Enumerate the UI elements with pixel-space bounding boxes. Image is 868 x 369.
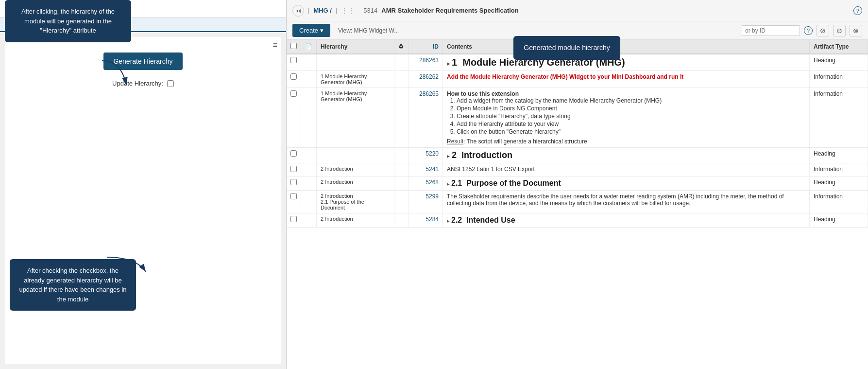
table-row: 2 Introduction 5241 ANSI 1252 Latin 1 fo… [287,163,868,176]
tooltip-generated-hierarchy: Generated module hierarchy [513,36,620,60]
row-checkbox[interactable] [290,166,297,172]
filter-input[interactable] [742,25,800,36]
info-steps: Add a widget from the catalog by the nam… [447,97,805,135]
list-item: Click on the button "Generate hierarchy" [457,128,805,135]
create-dropdown-icon[interactable]: ▾ [320,27,323,34]
info-heading: How to use this extension [447,90,519,97]
widget-content: ≡ Generate Hierarchy Update Hierarchy: [5,37,281,364]
list-item: Create attribute "Hierarchy", data type … [457,113,805,120]
id-link[interactable]: 286262 [419,73,439,80]
contents-cell: Add the Module Hierarchy Generator (MHG)… [443,71,810,88]
left-panel: Mini Dashboard S Module Hierarchy Genera… [0,0,287,369]
update-hierarchy-row: Update Hierarchy: [11,80,275,87]
artifact-type-cell: Heading [810,148,868,163]
right-panel: ⏮ | MHG / | ⋮⋮ 5314 AMR Stakeholder Requ… [287,0,868,369]
col-header-hierarchy: Hierarchy [317,40,394,54]
hierarchy-cell: 1 Module Hierarchy Generator (MHG) [317,71,394,88]
contents-cell: 2 Introduction [443,148,810,163]
update-hierarchy-checkbox[interactable] [167,80,174,87]
id-link[interactable]: 286265 [419,90,439,97]
view-label: View: MHG Widget W... [338,27,399,34]
tooltip-bottom: After checking the checkbox, the already… [10,259,136,311]
hierarchy-cell [317,54,394,71]
col-header-contents: Contents [443,40,810,54]
doc-number: 5314 [363,7,377,14]
heading-21-text: 2.1 Purpose of the Document [447,179,561,187]
contents-cell: How to use this extension Add a widget f… [443,88,810,148]
table-row: 1 Module Hierarchy Generator (MHG) 28626… [287,88,868,148]
table-row: 2 Introduction 5284 2.2 Intended Use Hea… [287,213,868,228]
artifact-type-cell: Heading [810,213,868,228]
col-header-recycle: ♻ [394,40,409,54]
filter-icon-btn[interactable]: ⊘ [817,25,829,36]
breadcrumb-separator: | [308,7,309,14]
id-link[interactable]: 5220 [425,150,439,157]
content-table: 📄 Hierarchy ♻ ID Contents Artifact Type [287,40,868,228]
id-link[interactable]: 5299 [425,193,439,200]
row-checkbox[interactable] [290,216,297,222]
hierarchy-cell: 2 Introduction [317,163,394,176]
contents-cell: 2.1 Purpose of the Document [443,176,810,191]
create-label: Create [299,27,318,34]
filter-help-icon[interactable]: ? [804,26,813,35]
heading-22-text: 2.2 Intended Use [447,216,515,224]
right-toolbar: ⏮ | MHG / | ⋮⋮ 5314 AMR Stakeholder Requ… [287,0,868,21]
contents-cell: 1 Module Hierarchy Generator (MHG) [443,54,810,71]
id-link[interactable]: 5241 [425,166,439,173]
list-item: Add the Hierarchy attribute to your view [457,121,805,127]
tooltip-top: After clicking, the hierarchy of the mod… [5,0,131,42]
arrow-top-icon [92,56,141,95]
hierarchy-cell: 1 Module Hierarchy Generator (MHG) [317,88,394,148]
doc-title: AMR Stakeholder Requirements Specificati… [381,7,850,14]
result-text: Result: The script will generate a hiera… [447,138,805,145]
row-checkbox[interactable] [290,179,297,185]
col-header-id: ID [409,40,443,54]
breadcrumb-mhg[interactable]: MHG / [313,7,332,14]
col-header-checkbox [287,40,301,54]
drag-handle-icon: ⋮⋮ [341,7,355,15]
artifact-type-cell: Information [810,71,868,88]
contents-cell: The Stakeholder requirements describe th… [443,191,810,213]
table-row: 5220 2 Introduction Heading [287,148,868,163]
hierarchy-cell: 2 Introduction [317,176,394,191]
red-info-text: Add the Module Hierarchy Generator (MHG)… [447,73,683,80]
list-item: Open Module in Doors NG Component [457,105,805,112]
col-header-artifact-type: Artifact Type [810,40,868,54]
table-row: 2 Introduction2.1 Purpose of the Documen… [287,191,868,213]
id-link[interactable]: 5284 [425,216,439,223]
table-container: 📄 Hierarchy ♻ ID Contents Artifact Type [287,40,868,369]
create-button[interactable]: Create ▾ [292,24,330,37]
help-icon[interactable]: ? [853,6,862,15]
row-checkbox[interactable] [290,90,297,97]
list-item: Add a widget from the catalog by the nam… [457,97,805,104]
expand-icon-btn[interactable]: ⊗ [850,25,862,36]
heading-2-text: 2 Introduction [447,150,512,160]
breadcrumb-separator2: | [336,7,337,14]
col-header-doc-icon: 📄 [301,40,317,54]
row-checkbox[interactable] [290,73,297,80]
collapse-icon-btn[interactable]: ⊖ [833,25,846,36]
contents-cell: 2.2 Intended Use [443,213,810,228]
hamburger-menu[interactable]: ≡ [273,41,277,50]
hierarchy-cell: 2 Introduction [317,213,394,228]
nav-back-button[interactable]: ⏮ [292,5,304,17]
artifact-type-cell: Information [810,191,868,213]
table-row: 1 Module Hierarchy Generator (MHG) 28626… [287,71,868,88]
row-checkbox[interactable] [290,150,297,157]
artifact-type-cell: Information [810,163,868,176]
table-row: 2 Introduction 5268 2.1 Purpose of the D… [287,176,868,191]
id-link[interactable]: 286263 [419,57,439,64]
contents-cell: ANSI 1252 Latin 1 for CSV Export [443,163,810,176]
row-checkbox[interactable] [290,57,297,63]
artifact-type-cell: Heading [810,176,868,191]
id-link[interactable]: 5268 [425,179,439,186]
hierarchy-cell: 2 Introduction2.1 Purpose of the Documen… [317,191,394,213]
artifact-type-cell: Heading [810,54,868,71]
hierarchy-cell [317,148,394,163]
artifact-type-cell: Information [810,88,868,148]
select-all-checkbox[interactable] [290,43,297,49]
row-checkbox[interactable] [290,193,297,199]
